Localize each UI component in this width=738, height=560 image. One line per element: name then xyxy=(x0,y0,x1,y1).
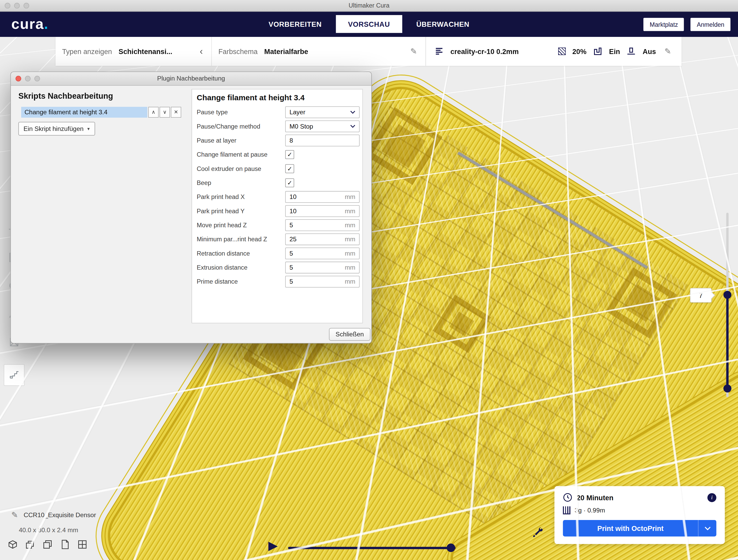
layer-slider-range[interactable] xyxy=(726,295,729,389)
cube-icon[interactable] xyxy=(8,539,18,550)
play-button[interactable]: ▶ xyxy=(268,539,278,551)
tab-preview[interactable]: VORSCHAU xyxy=(336,15,402,33)
field-label: Move print head Z xyxy=(197,221,285,228)
field-label: Prime distance xyxy=(197,278,285,285)
print-with-octoprint-button[interactable]: Print with OctoPrint xyxy=(563,520,716,536)
header-actions: Marktplatz Anmelden xyxy=(644,18,730,31)
model-name: CCR10_Exquisite Densor xyxy=(24,511,96,518)
move-script-up-button[interactable]: ∧ xyxy=(148,107,159,118)
print-options-chevron[interactable] xyxy=(698,520,716,536)
layer-slider-lower-handle[interactable] xyxy=(723,385,732,393)
field-row: Change filament at pause ✓ xyxy=(192,147,363,161)
cool-extruder-checkbox[interactable]: ✓ xyxy=(285,164,294,173)
clock-icon xyxy=(563,493,572,502)
add-script-label: Ein Skript hinzufügen xyxy=(24,125,84,132)
pause-at-layer-input[interactable]: 8 xyxy=(285,134,360,146)
edit-print-settings-icon[interactable]: ✎ xyxy=(663,46,673,56)
app-header: cura. VORBEREITEN VORSCHAU ÜBERWACHEN Ma… xyxy=(0,11,738,37)
printer-profile-value[interactable]: creality-cr-10 0.2mm xyxy=(450,47,519,55)
material-icon xyxy=(563,506,571,514)
edit-color-scheme-icon[interactable]: ✎ xyxy=(408,46,419,56)
qr-finder-square xyxy=(606,267,677,339)
info-icon[interactable]: i xyxy=(707,493,716,502)
adhesion-icon xyxy=(627,46,636,56)
grid-icon[interactable] xyxy=(77,539,87,550)
field-label: Park print head X xyxy=(197,193,285,200)
view-type-section[interactable]: Typen anzeigen Schichtenansi... ‹ xyxy=(56,37,212,66)
retraction-distance-input[interactable]: 5mm xyxy=(285,247,360,259)
change-filament-at-pause-checkbox[interactable]: ✓ xyxy=(285,150,294,159)
min-park-z-input[interactable]: 25mm xyxy=(285,233,360,245)
remove-script-button[interactable]: ✕ xyxy=(171,107,181,118)
park-y-input[interactable]: 10mm xyxy=(285,205,360,216)
field-row: Pause/Change method M0 Stop xyxy=(192,119,363,133)
layers-step-icon xyxy=(9,369,20,381)
script-list-row: Change filament at height 3.4 ∧ ∨ ✕ xyxy=(21,107,181,118)
marketplace-button[interactable]: Marktplatz xyxy=(644,18,684,31)
copies-icon[interactable] xyxy=(42,539,53,550)
field-label: Pause at layer xyxy=(197,137,285,144)
caret-down-icon: ▾ xyxy=(87,126,90,131)
pause-type-select[interactable]: Layer xyxy=(285,106,360,118)
color-scheme-value[interactable]: Materialfarbe xyxy=(264,47,308,55)
print-settings-section[interactable]: creality-cr-10 0.2mm 20% Ein Aus ✎ xyxy=(426,37,681,66)
material-usage: 3g · 0.99m xyxy=(575,507,605,514)
qr-finder-square xyxy=(432,295,491,353)
move-script-down-button[interactable]: ∨ xyxy=(159,107,170,118)
infill-value: 20% xyxy=(573,47,587,55)
prime-distance-input[interactable]: 5mm xyxy=(285,275,360,287)
current-layer-value: 7 xyxy=(699,291,703,299)
field-label: Park print head Y xyxy=(197,207,285,214)
signin-button[interactable]: Anmelden xyxy=(691,18,730,31)
move-z-input[interactable]: 5mm xyxy=(285,219,360,231)
tab-prepare[interactable]: VORBEREITEN xyxy=(256,15,334,33)
field-row: Pause at layer 8 xyxy=(192,133,363,147)
field-row: Beep ✓ xyxy=(192,175,363,189)
window-title: Ultimaker Cura xyxy=(0,2,738,9)
field-label: Minimum par...rint head Z xyxy=(197,235,285,242)
post-processing-dialog: Plugin Nachbearbeitung Skripts Nachbearb… xyxy=(10,71,372,344)
app-window: Ultimaker Cura cura. VORBEREITEN VORSCHA… xyxy=(0,0,738,560)
field-row: Prime distance 5mm xyxy=(192,274,363,288)
field-label: Change filament at pause xyxy=(197,151,285,158)
view-type-label: Typen anzeigen xyxy=(62,47,112,55)
park-x-input[interactable]: 10mm xyxy=(285,191,360,202)
field-row: Minimum par...rint head Z 25mm xyxy=(192,232,363,246)
collapse-panel-icon[interactable]: ‹ xyxy=(198,46,205,56)
field-label: Beep xyxy=(197,179,285,186)
selected-script[interactable]: Change filament at height 3.4 xyxy=(21,107,147,118)
extrusion-distance-input[interactable]: 5mm xyxy=(285,261,360,273)
view-type-value[interactable]: Schichtenansi... xyxy=(118,47,172,55)
infill-icon xyxy=(558,48,566,55)
simulation-slider-track[interactable] xyxy=(288,547,455,549)
model-info: ✎ CCR10_Exquisite Densor 40.0 x 80.0 x 2… xyxy=(9,510,96,534)
cura-logo: cura. xyxy=(11,16,48,32)
model-dimensions: 40.0 x 80.0 x 2.4 mm xyxy=(19,527,96,534)
print-time: 20 Minuten xyxy=(577,494,703,502)
color-scheme-section[interactable]: Farbschema Materialfarbe ✎ xyxy=(212,37,426,66)
rename-model-icon[interactable]: ✎ xyxy=(9,510,20,520)
field-row: Park print head X 10mm xyxy=(192,189,363,204)
field-label: Pause/Change method xyxy=(197,123,285,130)
close-dialog-button[interactable]: Schließen xyxy=(329,328,370,341)
scripts-heading: Skripts Nachbearbeitung xyxy=(18,92,113,101)
cube-stack-icon[interactable] xyxy=(25,539,35,550)
field-row: Extrusion distance 5mm xyxy=(192,260,363,274)
add-script-button[interactable]: Ein Skript hinzufügen ▾ xyxy=(18,122,95,136)
sheet-icon[interactable] xyxy=(60,539,70,550)
print-button-label: Print with OctoPrint xyxy=(563,524,698,532)
tab-monitor[interactable]: ÜBERWACHEN xyxy=(404,15,482,33)
beep-checkbox[interactable]: ✓ xyxy=(285,178,294,187)
field-label: Cool extruder on pause xyxy=(197,165,285,172)
field-label: Retraction distance xyxy=(197,249,285,256)
support-icon xyxy=(593,46,602,56)
script-settings-heading: Change filament at height 3.4 xyxy=(192,89,363,105)
collapsed-panel[interactable] xyxy=(4,364,24,386)
dialog-titlebar[interactable]: Plugin Nachbearbeitung xyxy=(11,72,371,86)
field-row: Retraction distance 5mm xyxy=(192,246,363,260)
layer-slider-upper-handle[interactable] xyxy=(723,291,732,299)
pause-method-select[interactable]: M0 Stop xyxy=(285,120,360,132)
adjust-tools-icon[interactable] xyxy=(532,526,544,538)
field-row: Move print head Z 5mm xyxy=(192,218,363,232)
simulation-slider-handle[interactable] xyxy=(447,544,455,552)
